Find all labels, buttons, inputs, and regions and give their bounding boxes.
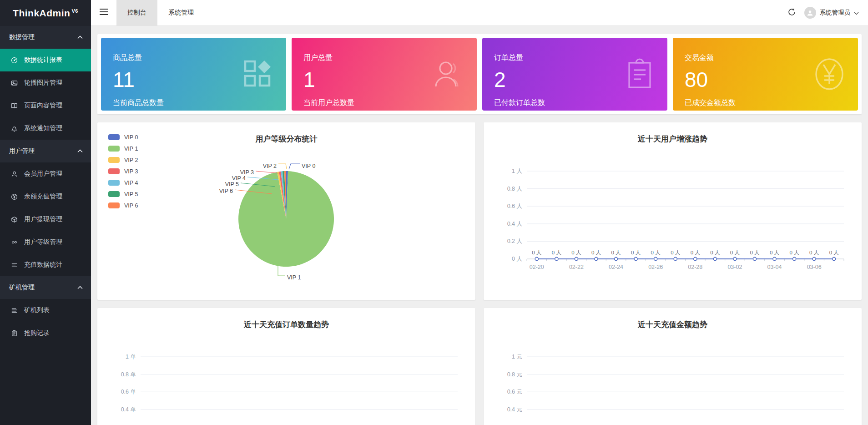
refresh-button[interactable] [787, 8, 796, 18]
sidebar-item[interactable]: 数据统计报表 [0, 49, 91, 71]
infinity-icon [11, 239, 21, 246]
legend-item[interactable]: VIP 0 [108, 132, 138, 143]
legend-label: VIP 3 [124, 168, 138, 175]
stat-card: 商品总量11当前商品总数量 [101, 38, 286, 111]
username: 系统管理员 [820, 9, 851, 17]
chevron-up-icon [77, 149, 83, 153]
x-tick-label: 03-04 [767, 264, 782, 270]
vip-pie-chart[interactable]: 用户等级分布统计VIP 0VIP 1VIP 2VIP 3VIP 4VIP 5VI… [97, 122, 475, 300]
data-point[interactable] [555, 257, 558, 260]
pie-legend: VIP 0VIP 1VIP 2VIP 3VIP 4VIP 5VIP 6 [108, 132, 138, 211]
point-label: 0 人 [651, 250, 661, 255]
legend-item[interactable]: VIP 2 [108, 154, 138, 166]
data-point[interactable] [773, 257, 776, 260]
point-label: 0 人 [631, 250, 641, 255]
point-label: 0 人 [829, 250, 839, 255]
data-point[interactable] [713, 257, 717, 260]
components-icon [243, 60, 273, 89]
amount_trend-chart[interactable]: 近十天充值金额趋势1 元0.8 元0.6 元0.4 元 [484, 308, 862, 425]
sidebar-item[interactable]: 充值数据统计 [0, 253, 91, 276]
y-tick-label: 1 单 [126, 354, 136, 360]
data-point[interactable] [575, 257, 578, 260]
data-point[interactable] [674, 257, 677, 260]
sidebar-group-label: 矿机管理 [9, 283, 35, 292]
sidebar-item[interactable]: 会员用户管理 [0, 162, 91, 185]
sidebar-item-label: 系统通知管理 [24, 124, 62, 132]
data-point[interactable] [614, 257, 617, 260]
data-point[interactable] [833, 257, 836, 260]
pie-label: VIP 2 [263, 163, 277, 169]
y-tick-label: 1 人 [512, 168, 522, 174]
point-label: 0 人 [710, 250, 720, 255]
stat-card: 订单总量2已付款订单总数 [482, 38, 667, 111]
yen-circle-icon [11, 193, 21, 200]
sidebar-item[interactable]: 抢购记录 [0, 322, 91, 344]
pie-label: VIP 1 [287, 274, 301, 281]
sidebar-item-label: 抢购记录 [24, 329, 50, 337]
rows-icon [11, 262, 21, 268]
data-point[interactable] [634, 257, 637, 260]
yen-big-icon [814, 57, 844, 91]
legend-swatch [108, 191, 120, 197]
sidebar-item-label: 余额充值管理 [24, 192, 62, 201]
tab-1[interactable]: 系统管理 [157, 0, 205, 25]
chart-title: 近十天充值金额趋势 [637, 320, 707, 329]
pie-label: VIP 4 [232, 175, 246, 182]
stat-card-subtitle: 当前用户总数量 [303, 98, 465, 108]
stat-card-subtitle: 当前商品总数量 [113, 98, 274, 108]
sidebar-item-label: 矿机列表 [24, 306, 50, 314]
sidebar-group-header-0[interactable]: 数据管理 [0, 26, 91, 49]
sidebar-item[interactable]: 矿机列表 [0, 299, 91, 322]
stats-panel: 商品总量11当前商品总数量用户总量1当前用户总数量订单总量2已付款订单总数交易金… [97, 34, 862, 114]
legend-item[interactable]: VIP 6 [108, 200, 138, 211]
legend-swatch [108, 202, 120, 208]
x-tick-label: 03-06 [807, 264, 822, 270]
data-point[interactable] [753, 257, 756, 260]
sidebar-item[interactable]: 用户提现管理 [0, 208, 91, 231]
user-icon [11, 171, 21, 177]
legend-label: VIP 0 [124, 134, 138, 141]
hamburger-icon [100, 9, 108, 17]
sidebar-item-label: 用户等级管理 [24, 238, 62, 246]
legend-item[interactable]: VIP 4 [108, 177, 138, 188]
sidebar-group-header-2[interactable]: 矿机管理 [0, 276, 91, 299]
sidebar-group-label: 数据管理 [9, 33, 35, 41]
sidebar-item-label: 会员用户管理 [24, 170, 62, 178]
tab-0[interactable]: 控制台 [116, 0, 157, 25]
order_trend-chart[interactable]: 近十天充值订单数量趋势1 单0.8 单0.6 单0.4 单 [97, 308, 475, 425]
menu-toggle-button[interactable] [91, 0, 116, 25]
gauge-icon [11, 57, 21, 64]
chart-title: 用户等级分布统计 [255, 134, 318, 143]
sidebar-item-label: 用户提现管理 [24, 215, 62, 223]
carousel-icon [11, 80, 21, 86]
sidebar-item[interactable]: 系统通知管理 [0, 117, 91, 140]
y-tick-label: 0.6 人 [507, 203, 523, 209]
legend-swatch [108, 168, 120, 174]
legend-item[interactable]: VIP 1 [108, 143, 138, 154]
data-point[interactable] [792, 257, 796, 260]
sidebar-item[interactable]: 页面内容管理 [0, 94, 91, 117]
chart-title: 近十天用户增涨趋势 [637, 134, 707, 143]
sidebar-item[interactable]: 余额充值管理 [0, 185, 91, 208]
pie-label: VIP 0 [302, 163, 315, 169]
app-root: ThinkAdminV6 数据管理数据统计报表轮播图片管理页面内容管理系统通知管… [0, 0, 868, 425]
sidebar-group-header-1[interactable]: 用户管理 [0, 140, 91, 162]
sidebar-item-label: 轮播图片管理 [24, 79, 62, 87]
data-point[interactable] [654, 257, 657, 260]
data-point[interactable] [812, 257, 816, 260]
sidebar-item[interactable]: 轮播图片管理 [0, 71, 91, 94]
data-point[interactable] [595, 257, 598, 260]
y-tick-label: 0.6 元 [507, 389, 522, 395]
point-label: 0 人 [571, 250, 581, 255]
sidebar-item[interactable]: 用户等级管理 [0, 231, 91, 253]
data-point[interactable] [535, 257, 538, 260]
user-menu[interactable]: 系统管理员 [804, 7, 859, 19]
order-trend-chart-card: 近十天充值订单数量趋势1 单0.8 单0.6 单0.4 单 [97, 308, 475, 425]
legend-item[interactable]: VIP 3 [108, 166, 138, 177]
y-tick-label: 0.8 单 [121, 371, 136, 378]
user_trend-chart[interactable]: 近十天用户增涨趋势1 人0.8 人0.6 人0.4 人0.2 人0 人0 人02… [484, 122, 862, 300]
legend-swatch [108, 157, 120, 163]
data-point[interactable] [733, 257, 737, 260]
legend-item[interactable]: VIP 5 [108, 188, 138, 200]
data-point[interactable] [694, 257, 697, 260]
